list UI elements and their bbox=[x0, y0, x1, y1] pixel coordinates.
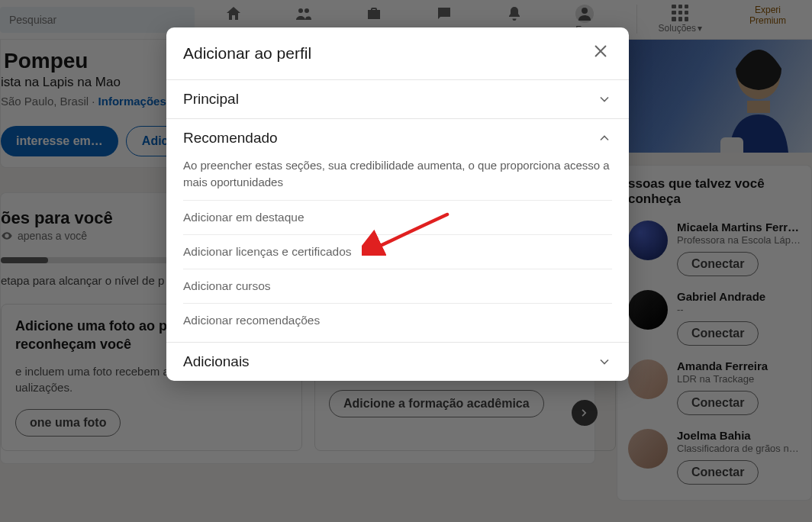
section-label: Recomendado bbox=[183, 130, 278, 147]
section-additional[interactable]: Adicionais bbox=[166, 342, 629, 381]
section-blurb: Ao preencher estas seções, sua credibili… bbox=[183, 157, 612, 200]
section-label: Adicionais bbox=[183, 353, 250, 370]
modal-header: Adicionar ao perfil bbox=[166, 27, 629, 79]
chevron-down-icon bbox=[597, 354, 612, 369]
add-featured-item[interactable]: Adicionar em destaque bbox=[183, 200, 612, 234]
add-to-profile-modal: Adicionar ao perfil Principal Recomendad… bbox=[166, 27, 629, 381]
modal-title: Adicionar ao perfil bbox=[183, 44, 311, 63]
chevron-up-icon bbox=[597, 130, 612, 146]
section-recommended-body: Ao preencher estas seções, sua credibili… bbox=[166, 157, 629, 342]
section-recommended[interactable]: Recomendado bbox=[166, 118, 629, 157]
close-button[interactable] bbox=[589, 40, 612, 67]
section-main[interactable]: Principal bbox=[166, 79, 629, 118]
chevron-down-icon bbox=[597, 92, 612, 107]
add-licenses-item[interactable]: Adicionar licenças e certificados bbox=[183, 234, 612, 269]
add-courses-item[interactable]: Adicionar cursos bbox=[183, 269, 612, 303]
add-recommendations-item[interactable]: Adicionar recomendações bbox=[183, 303, 612, 337]
section-label: Principal bbox=[183, 91, 239, 108]
close-icon bbox=[592, 43, 609, 60]
